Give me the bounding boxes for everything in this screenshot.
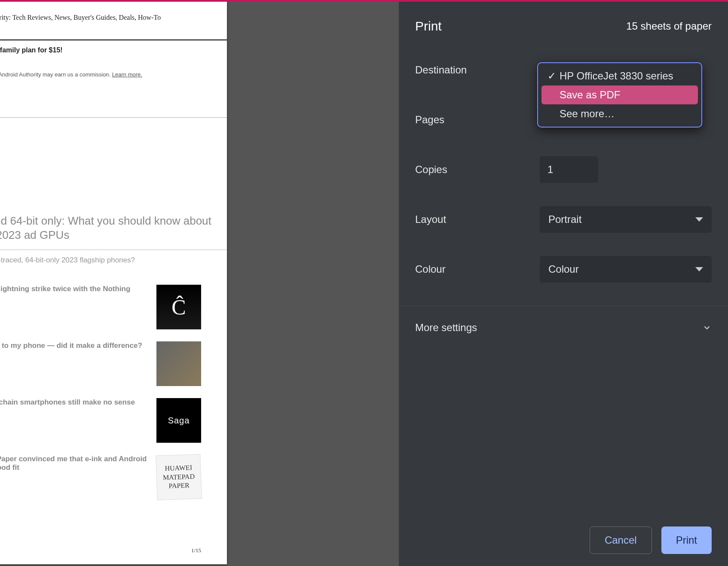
article-byline: ede — [0, 408, 151, 415]
chevron-down-icon — [702, 323, 712, 332]
sheet-count: 15 sheets of paper — [626, 20, 712, 32]
print-preview-pane: Android Authority: Tech Reviews, News, B… — [0, 2, 399, 566]
divider — [0, 117, 227, 118]
lead-article-title: cing and 64-bit only: What you should kn… — [0, 214, 227, 242]
colour-select[interactable]: Colour — [540, 256, 712, 283]
disclaimer: Links on Android Authority may earn us a… — [0, 71, 227, 78]
copies-row: Copies — [415, 156, 712, 183]
preview-page: Android Authority: Tech Reviews, News, B… — [0, 2, 227, 564]
learn-more-link: Learn more. — [112, 71, 142, 78]
article-byline: i — [0, 352, 151, 358]
chevron-down-icon — [695, 267, 703, 271]
destination-option-see-more[interactable]: See more… — [541, 104, 698, 123]
article-title: ooling fan to my phone — did it make a d… — [0, 341, 151, 350]
article-row: Matepad Paper convinced me that e-ink an… — [0, 455, 227, 499]
destination-option-printer[interactable]: HP OfficeJet 3830 series — [541, 67, 698, 85]
article-row: ooling fan to my phone — did it make a d… — [0, 341, 227, 386]
print-button[interactable]: Print — [661, 526, 712, 554]
article-row: Pei make lightning strike twice with the… — [0, 285, 227, 329]
article-thumbnail — [156, 341, 201, 386]
destination-option-save-pdf[interactable]: Save as PDF — [541, 85, 698, 104]
layout-label: Layout — [415, 213, 540, 225]
destination-dropdown[interactable]: HP OfficeJet 3830 series Save as PDF See… — [537, 62, 702, 128]
more-settings-toggle[interactable]: More settings — [415, 320, 712, 335]
copies-input[interactable] — [540, 156, 598, 183]
layout-select[interactable]: Portrait — [540, 206, 712, 233]
colour-row: Colour Colour — [415, 256, 712, 283]
article-thumbnail: Saga — [156, 398, 201, 443]
copies-label: Copies — [415, 164, 540, 176]
cancel-button[interactable]: Cancel — [590, 526, 652, 554]
article-title: Pei make lightning strike twice with the… — [0, 285, 151, 302]
chevron-down-icon — [695, 217, 703, 222]
destination-label: Destination — [415, 64, 540, 76]
lead-article-subtitle: expect ray-traced, 64-bit-only 2023 flag… — [0, 250, 227, 265]
dialog-title: Print — [415, 19, 442, 33]
layout-row: Layout Portrait — [415, 206, 712, 233]
article-byline: y — [0, 474, 151, 480]
page-counter: 1/15 — [191, 547, 201, 554]
article-thumbnail: Ĉ — [156, 285, 201, 329]
promo-text: bile: Get a family plan for $15! — [0, 40, 227, 54]
article-row: and blockchain smartphones still make no… — [0, 398, 227, 443]
pages-label: Pages — [415, 114, 540, 126]
article-byline: i — [0, 304, 151, 310]
print-dialog: Print 15 sheets of paper Destination Pag… — [399, 2, 728, 566]
divider — [399, 306, 728, 306]
page-header: Android Authority: Tech Reviews, News, B… — [0, 14, 227, 21]
colour-label: Colour — [415, 263, 540, 275]
article-thumbnail: HUAWEI MATEPAD PAPER — [156, 454, 202, 500]
article-title: Matepad Paper convinced me that e-ink an… — [0, 455, 151, 472]
article-title: and blockchain smartphones still make no… — [0, 398, 151, 407]
lead-byline: s — [0, 265, 227, 273]
